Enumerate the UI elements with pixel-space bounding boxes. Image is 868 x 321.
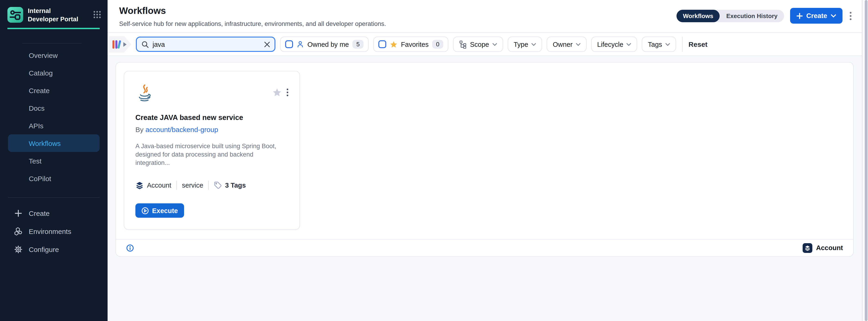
sidebar-nav: Overview Catalog Create Docs APIs Workfl… (0, 46, 107, 187)
card-type-label: service (182, 182, 203, 189)
stripes-logo-icon (112, 39, 122, 50)
owned-by-me-label: Owned by me (307, 40, 349, 48)
sidebar-item-create[interactable]: Create (8, 81, 100, 99)
search-icon (142, 40, 149, 48)
star-icon (390, 40, 397, 48)
hexagons-icon (14, 227, 22, 236)
play-circle-icon (142, 207, 149, 214)
card-top-row (135, 84, 288, 106)
card-kebab-icon[interactable] (286, 88, 288, 96)
app-grid-icon[interactable] (93, 11, 101, 21)
card-meta-row: Account service (135, 181, 288, 190)
page-header-text: Workflows Self-service hub for new appli… (119, 6, 386, 27)
scrollbar-thumb[interactable] (865, 0, 868, 321)
app-root: Internal Developer Portal Overview Catal… (0, 0, 868, 321)
type-dropdown-label: Type (514, 40, 528, 48)
favorite-star-icon[interactable] (273, 88, 281, 97)
scope-meta: Account (135, 181, 171, 189)
owner-group-link[interactable]: account/backend-group (145, 126, 218, 133)
chevron-down-icon (576, 43, 581, 46)
create-button[interactable]: Create (790, 8, 842, 24)
sidebar-item-docs[interactable]: Docs (8, 99, 100, 117)
search-box (136, 37, 275, 52)
play-expand-icon (123, 42, 127, 46)
favorites-label: Favorites (401, 40, 428, 48)
gear-icon (14, 246, 22, 253)
sidebar-item-catalog[interactable]: Catalog (8, 64, 100, 81)
tags-dropdown-label: Tags (648, 40, 662, 48)
chevron-down-icon (531, 43, 536, 46)
header-kebab-icon[interactable] (848, 11, 853, 20)
card-title: Create JAVA based new service (135, 113, 288, 122)
brand-title: Internal Developer Portal (28, 7, 82, 23)
main-area: Workflows Self-service hub for new appli… (107, 0, 862, 321)
chevron-down-icon (665, 43, 670, 46)
sidebar-item-test[interactable]: Test (8, 152, 100, 170)
sidebar-bottom-label: Environments (29, 227, 71, 235)
sidebar-item-environments[interactable]: Environments (8, 222, 100, 240)
owned-by-me-checkbox[interactable] (285, 40, 293, 48)
reset-filters-button[interactable]: Reset (688, 40, 708, 48)
sidebar-bottom-label: Create (29, 209, 50, 217)
sidebar-item-apis[interactable]: APIs (8, 117, 100, 134)
clear-search-icon[interactable] (264, 41, 270, 47)
sidebar-bottom-nav: Create Environments (0, 198, 107, 258)
tags-dropdown[interactable]: Tags (642, 37, 676, 52)
card-byline: By account/backend-group (135, 126, 288, 133)
sidebar-item-create-action[interactable]: Create (8, 204, 100, 222)
sidebar-item-workflows[interactable]: Workflows (8, 134, 100, 152)
header-actions: Workflows Execution History Create (677, 8, 853, 24)
account-scope-label: Account (816, 244, 843, 252)
workflow-card: Create JAVA based new service By account… (124, 71, 300, 230)
account-layers-icon (803, 243, 812, 253)
chevron-down-icon (831, 14, 836, 17)
favorites-checkbox[interactable] (378, 40, 386, 48)
plus-icon (797, 13, 803, 19)
sidebar-bottom-label: Configure (29, 246, 59, 253)
sidebar: Internal Developer Portal Overview Catal… (0, 0, 107, 321)
workflows-panel: Create JAVA based new service By account… (116, 62, 854, 257)
sidebar-item-copilot[interactable]: CoPilot (8, 170, 100, 187)
owned-by-me-count: 5 (352, 40, 363, 49)
brand-underline (7, 28, 100, 29)
meta-divider (209, 181, 209, 190)
sidebar-item-configure[interactable]: Configure (8, 240, 100, 258)
owner-dropdown[interactable]: Owner (547, 37, 586, 52)
sidebar-divider-top (22, 43, 82, 43)
lifecycle-dropdown[interactable]: Lifecycle (591, 37, 637, 52)
sidebar-item-overview[interactable]: Overview (8, 46, 100, 64)
chevron-down-icon (627, 43, 631, 46)
page-header: Workflows Self-service hub for new appli… (107, 0, 862, 33)
meta-divider (177, 181, 177, 190)
plus-icon (14, 210, 22, 217)
by-prefix: By (135, 126, 144, 133)
scope-dropdown[interactable]: Scope (453, 37, 503, 52)
favorites-count: 0 (432, 40, 443, 49)
type-dropdown[interactable]: Type (507, 37, 542, 52)
tags-meta[interactable]: 3 Tags (214, 181, 246, 189)
brand-logo-icon (7, 7, 23, 23)
card-tags-label: 3 Tags (225, 182, 246, 189)
card-scope-label: Account (147, 182, 171, 189)
tab-execution-history[interactable]: Execution History (720, 9, 784, 22)
search-input[interactable] (153, 40, 260, 48)
page-title: Workflows (119, 6, 386, 16)
owned-by-me-filter[interactable]: Owned by me 5 (280, 37, 368, 52)
brand: Internal Developer Portal (0, 0, 107, 23)
scope-dropdown-label: Scope (470, 40, 489, 48)
card-grid: Create JAVA based new service By account… (116, 63, 853, 239)
panel-footer: Account (116, 239, 853, 256)
scrollbar-track[interactable] (862, 0, 868, 321)
page-subtitle: Self-service hub for new applications, i… (119, 21, 386, 27)
filter-bar: Owned by me 5 Favorites 0 (107, 33, 862, 56)
owner-dropdown-label: Owner (553, 40, 572, 48)
execute-button[interactable]: Execute (135, 203, 184, 218)
filter-divider (682, 37, 683, 52)
tab-workflows[interactable]: Workflows (677, 9, 720, 22)
content-area: Create JAVA based new service By account… (107, 56, 862, 321)
favorites-filter[interactable]: Favorites 0 (373, 37, 448, 52)
lifecycle-dropdown-label: Lifecycle (597, 40, 623, 48)
account-scope-chip[interactable]: Account (803, 243, 843, 253)
info-icon[interactable] (126, 244, 134, 252)
saved-filters-expand[interactable] (109, 36, 131, 52)
